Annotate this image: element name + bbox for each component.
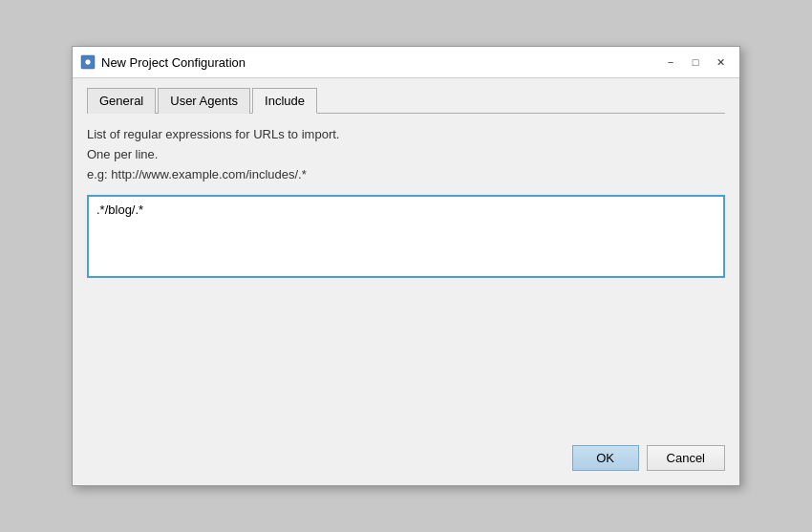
new-project-dialog: New Project Configuration − □ ✕ General …: [72, 46, 740, 485]
minimize-button[interactable]: −: [659, 53, 682, 72]
svg-point-1: [85, 59, 91, 65]
svg-rect-4: [83, 61, 85, 63]
tab-user-agents[interactable]: User Agents: [158, 88, 250, 114]
close-button[interactable]: ✕: [709, 53, 732, 72]
title-bar: New Project Configuration − □ ✕: [73, 47, 739, 78]
cancel-button[interactable]: Cancel: [647, 445, 725, 471]
svg-rect-2: [87, 57, 89, 59]
textarea-wrapper: .*/blog/.*: [87, 195, 725, 278]
tab-include[interactable]: Include: [252, 88, 317, 114]
dialog-footer: OK Cancel: [73, 436, 739, 485]
dialog-content: General User Agents Include List of regu…: [73, 78, 739, 435]
svg-rect-3: [87, 65, 89, 67]
url-patterns-textarea[interactable]: .*/blog/.*: [89, 197, 723, 273]
spacer: [87, 278, 725, 421]
description-line2: One per line.: [87, 145, 725, 165]
tab-general[interactable]: General: [87, 88, 156, 114]
dialog-icon: [80, 54, 96, 70]
dialog-title: New Project Configuration: [101, 55, 246, 70]
description-line1: List of regular expressions for URLs to …: [87, 125, 725, 145]
title-bar-controls: − □ ✕: [659, 53, 732, 72]
tab-bar: General User Agents Include: [87, 88, 725, 114]
svg-rect-5: [91, 61, 93, 63]
description: List of regular expressions for URLs to …: [87, 125, 725, 184]
maximize-button[interactable]: □: [684, 53, 707, 72]
description-line3: e.g: http://www.example.com/includes/.*: [87, 165, 725, 185]
ok-button[interactable]: OK: [572, 445, 639, 471]
title-bar-left: New Project Configuration: [80, 54, 246, 70]
